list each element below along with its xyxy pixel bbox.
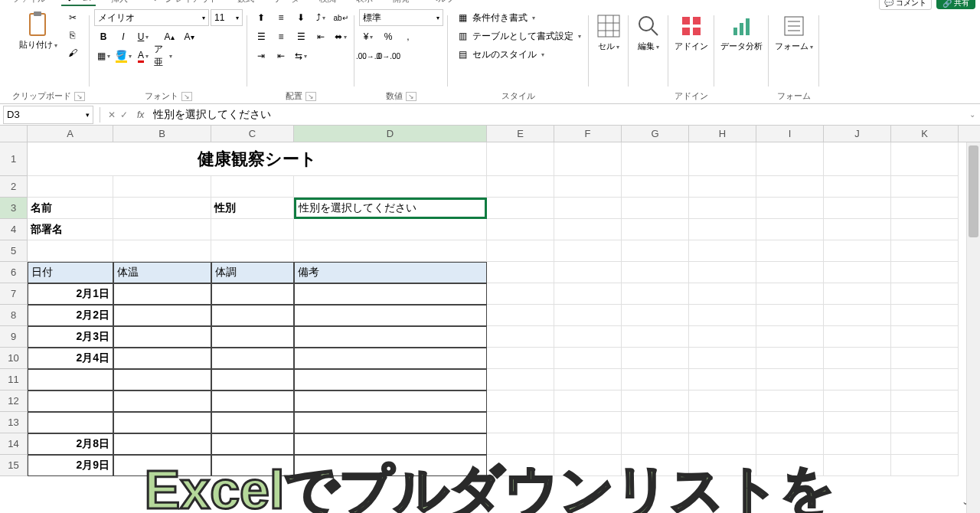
cell[interactable]: [689, 240, 756, 262]
cell[interactable]: [824, 412, 891, 433]
align-bottom-button[interactable]: ⬇: [292, 9, 310, 26]
cell[interactable]: [554, 219, 622, 240]
cell[interactable]: [113, 198, 211, 219]
cell[interactable]: [113, 369, 211, 390]
cell[interactable]: [113, 219, 211, 240]
cell[interactable]: [891, 455, 959, 476]
cell[interactable]: [824, 240, 891, 262]
cell[interactable]: [554, 240, 622, 262]
cell[interactable]: [689, 142, 756, 176]
tab-data[interactable]: データ: [270, 0, 304, 6]
merge-button[interactable]: ⬌: [332, 28, 350, 45]
cell[interactable]: [487, 198, 554, 219]
select-all-corner[interactable]: [0, 126, 28, 142]
col-B[interactable]: B: [113, 126, 211, 142]
cell[interactable]: [554, 412, 622, 433]
cell[interactable]: 2月1日: [28, 283, 113, 305]
number-format-combo[interactable]: 標準▾: [359, 9, 443, 26]
row-3[interactable]: 3: [0, 198, 27, 219]
cell[interactable]: [211, 283, 294, 305]
align-left-button[interactable]: ☰: [252, 28, 270, 45]
cell[interactable]: [622, 369, 689, 390]
cell[interactable]: [756, 198, 824, 219]
cell[interactable]: [756, 142, 824, 176]
col-A[interactable]: A: [28, 126, 113, 142]
vertical-scrollbar[interactable]: [966, 142, 980, 513]
cell[interactable]: [487, 455, 554, 476]
indent-left-button[interactable]: ⇥: [252, 47, 270, 64]
indent-dec-button[interactable]: ⇤: [312, 28, 330, 45]
cell[interactable]: [756, 326, 824, 348]
tab-file[interactable]: ファイル: [8, 0, 51, 6]
cell[interactable]: [487, 433, 554, 455]
cell[interactable]: [756, 262, 824, 283]
share-button[interactable]: 🔗 共有: [936, 0, 975, 9]
cell[interactable]: [211, 412, 294, 433]
align-top-button[interactable]: ⬆: [252, 9, 270, 26]
cell[interactable]: [689, 433, 756, 455]
cell[interactable]: [554, 262, 622, 283]
cancel-icon[interactable]: ✕: [108, 109, 116, 120]
cell[interactable]: [824, 283, 891, 305]
bold-button[interactable]: B: [94, 28, 113, 45]
enter-icon[interactable]: ✓: [120, 109, 128, 120]
cell[interactable]: [113, 326, 211, 348]
cell[interactable]: 部署名: [28, 219, 113, 240]
cell[interactable]: [622, 390, 689, 412]
cell[interactable]: 2月9日: [28, 455, 113, 476]
cell[interactable]: [824, 142, 891, 176]
cell[interactable]: [689, 326, 756, 348]
active-cell[interactable]: 性別を選択してください: [294, 198, 487, 219]
cell[interactable]: [689, 348, 756, 369]
cell[interactable]: [554, 198, 622, 219]
cell[interactable]: [113, 455, 211, 476]
cell[interactable]: [622, 326, 689, 348]
cell[interactable]: [622, 240, 689, 262]
cell[interactable]: [554, 283, 622, 305]
cell[interactable]: [756, 369, 824, 390]
cell[interactable]: [891, 433, 959, 455]
cell[interactable]: [824, 369, 891, 390]
cell[interactable]: [689, 305, 756, 326]
cell[interactable]: [211, 433, 294, 455]
cell[interactable]: [28, 240, 113, 262]
tab-insert[interactable]: 挿入: [106, 0, 132, 6]
cell[interactable]: [824, 390, 891, 412]
cell[interactable]: [294, 283, 487, 305]
paste-button[interactable]: 貼り付け: [16, 9, 60, 52]
cell[interactable]: [554, 455, 622, 476]
data-analysis-button[interactable]: データ分析: [714, 9, 769, 54]
cell[interactable]: [113, 390, 211, 412]
cell[interactable]: [891, 369, 959, 390]
cell[interactable]: [891, 262, 959, 283]
cell[interactable]: [113, 176, 211, 198]
cell[interactable]: [891, 305, 959, 326]
row-6[interactable]: 6: [0, 262, 27, 283]
cell[interactable]: [824, 262, 891, 283]
title-cell[interactable]: 健康観察シート: [28, 142, 487, 176]
percent-button[interactable]: %: [379, 28, 397, 45]
tab-home[interactable]: ホーム: [61, 0, 96, 6]
increase-decimal-button[interactable]: .00→.0: [359, 47, 377, 64]
cell[interactable]: [891, 326, 959, 348]
cell[interactable]: [689, 283, 756, 305]
col-F[interactable]: F: [554, 126, 622, 142]
cell[interactable]: [211, 348, 294, 369]
cell[interactable]: [211, 369, 294, 390]
tab-dev[interactable]: 開発: [388, 0, 414, 6]
cell[interactable]: [294, 433, 487, 455]
decrease-font-button[interactable]: A▾: [180, 28, 198, 45]
cell[interactable]: [113, 348, 211, 369]
cell[interactable]: 2月4日: [28, 348, 113, 369]
cell[interactable]: [689, 455, 756, 476]
cell[interactable]: [487, 219, 554, 240]
formula-expand-button[interactable]: ⌄: [965, 110, 980, 119]
cell[interactable]: [756, 433, 824, 455]
cell[interactable]: [622, 283, 689, 305]
cell[interactable]: 名前: [28, 198, 113, 219]
cell[interactable]: [622, 348, 689, 369]
cell[interactable]: [622, 219, 689, 240]
cell[interactable]: [554, 369, 622, 390]
cell[interactable]: [487, 283, 554, 305]
name-box[interactable]: D3▾: [3, 106, 93, 124]
